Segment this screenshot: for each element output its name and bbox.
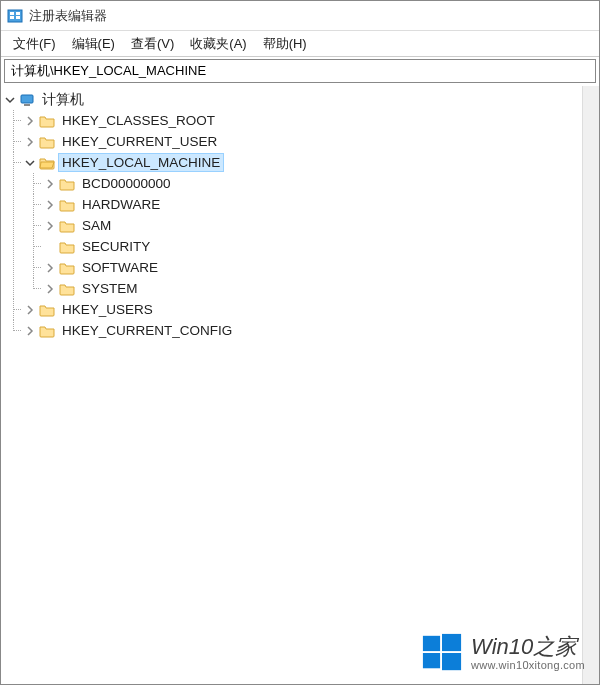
- tree-node-bcd[interactable]: BCD00000000: [43, 173, 597, 194]
- tree-node-hku[interactable]: HKEY_USERS: [23, 299, 597, 320]
- tree-label: HKEY_LOCAL_MACHINE: [59, 154, 223, 171]
- chevron-right-icon[interactable]: [43, 177, 57, 191]
- chevron-right-icon[interactable]: [23, 303, 37, 317]
- tree-label: HKEY_CLASSES_ROOT: [59, 112, 218, 129]
- computer-icon: [19, 92, 35, 108]
- folder-icon: [39, 134, 55, 150]
- tree-node-hardware[interactable]: HARDWARE: [43, 194, 597, 215]
- folder-icon: [39, 323, 55, 339]
- content-area: 计算机 HKEY_CLASSES_ROOT: [1, 85, 599, 684]
- folder-icon: [39, 302, 55, 318]
- tree-node-sam[interactable]: SAM: [43, 215, 597, 236]
- tree-node-computer[interactable]: 计算机: [3, 89, 597, 110]
- folder-icon: [59, 281, 75, 297]
- tree-label: 计算机: [39, 90, 87, 110]
- svg-rect-9: [423, 653, 440, 668]
- tree-label: SYSTEM: [79, 280, 141, 297]
- svg-rect-5: [21, 95, 33, 103]
- svg-rect-8: [442, 634, 461, 651]
- tree-label: HKEY_CURRENT_USER: [59, 133, 220, 150]
- chevron-right-icon[interactable]: [43, 198, 57, 212]
- tree-node-hkcc[interactable]: HKEY_CURRENT_CONFIG: [23, 320, 597, 341]
- watermark-url: www.win10xitong.com: [471, 659, 585, 671]
- tree-label: BCD00000000: [79, 175, 174, 192]
- chevron-right-icon[interactable]: [23, 324, 37, 338]
- watermark-title: Win10之家: [471, 635, 585, 659]
- tree-node-hkcr[interactable]: HKEY_CLASSES_ROOT: [23, 110, 597, 131]
- tree-label: SOFTWARE: [79, 259, 161, 276]
- chevron-down-icon[interactable]: [3, 93, 17, 107]
- folder-icon: [59, 218, 75, 234]
- tree-label: SECURITY: [79, 238, 153, 255]
- windows-logo-icon: [421, 632, 463, 674]
- svg-rect-1: [10, 12, 14, 15]
- menu-file[interactable]: 文件(F): [7, 33, 62, 55]
- svg-rect-4: [16, 16, 20, 19]
- svg-rect-6: [24, 104, 30, 106]
- tree-pane[interactable]: 计算机 HKEY_CLASSES_ROOT: [1, 85, 599, 684]
- folder-icon: [59, 260, 75, 276]
- tree-label: HKEY_USERS: [59, 301, 156, 318]
- tree-label: HARDWARE: [79, 196, 163, 213]
- svg-rect-10: [442, 653, 461, 670]
- folder-icon: [59, 239, 75, 255]
- chevron-right-icon[interactable]: [43, 261, 57, 275]
- tree-label: SAM: [79, 217, 114, 234]
- chevron-right-icon[interactable]: [43, 219, 57, 233]
- svg-rect-3: [16, 12, 20, 15]
- chevron-right-icon[interactable]: [23, 135, 37, 149]
- menu-view[interactable]: 查看(V): [125, 33, 180, 55]
- chevron-down-icon[interactable]: [23, 156, 37, 170]
- address-bar[interactable]: [4, 59, 596, 83]
- menu-edit[interactable]: 编辑(E): [66, 33, 121, 55]
- window-title: 注册表编辑器: [29, 7, 107, 25]
- folder-icon: [39, 113, 55, 129]
- folder-icon: [59, 176, 75, 192]
- tree-node-software[interactable]: SOFTWARE: [43, 257, 597, 278]
- tree-node-hklm[interactable]: HKEY_LOCAL_MACHINE: [23, 152, 597, 173]
- watermark: Win10之家 www.win10xitong.com: [421, 632, 585, 674]
- titlebar: 注册表编辑器: [1, 1, 599, 31]
- menubar: 文件(F) 编辑(E) 查看(V) 收藏夹(A) 帮助(H): [1, 31, 599, 57]
- folder-icon: [59, 197, 75, 213]
- chevron-right-icon[interactable]: [23, 114, 37, 128]
- menu-favorites[interactable]: 收藏夹(A): [184, 33, 252, 55]
- svg-rect-2: [10, 16, 14, 19]
- svg-rect-7: [423, 636, 440, 651]
- regedit-icon: [7, 8, 23, 24]
- vertical-scrollbar[interactable]: [582, 86, 599, 684]
- address-input[interactable]: [5, 62, 595, 81]
- tree-node-hkcu[interactable]: HKEY_CURRENT_USER: [23, 131, 597, 152]
- folder-open-icon: [39, 155, 55, 171]
- tree-label: HKEY_CURRENT_CONFIG: [59, 322, 235, 339]
- tree-node-system[interactable]: SYSTEM: [43, 278, 597, 299]
- tree-node-security[interactable]: SECURITY: [43, 236, 597, 257]
- menu-help[interactable]: 帮助(H): [257, 33, 313, 55]
- chevron-right-icon[interactable]: [43, 282, 57, 296]
